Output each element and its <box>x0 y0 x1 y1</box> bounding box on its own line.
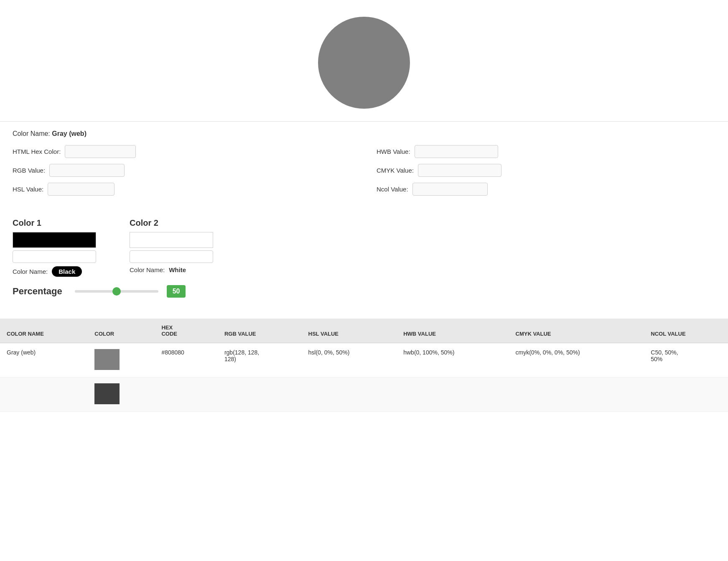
th-ncol-value: NCOL VALUE <box>644 319 728 343</box>
ncol-row: Ncol Value: C50, 50%, 50% <box>377 183 715 196</box>
ncol-label: Ncol Value: <box>377 186 408 193</box>
rgb-label: RGB Value: <box>13 167 45 174</box>
percentage-slider[interactable] <box>75 290 158 293</box>
mixer-section: Color 1 #000000 Color Name: Black Color … <box>0 214 728 314</box>
color-circle <box>318 17 410 109</box>
td-ncol-1: C50, 50%,50% <box>644 343 728 377</box>
th-color-name: COLOR NAME <box>0 319 88 343</box>
table-row: Gray (web) #808080 rgb(128, 128,128) hsl… <box>0 343 728 377</box>
td-hwb-1: hwb(0, 100%, 50%) <box>397 343 509 377</box>
td-cmyk-1: cmyk(0%, 0%, 0%, 50%) <box>509 343 644 377</box>
info-section: Color Name: Gray (web) HTML Hex Color: #… <box>0 122 728 214</box>
color2-name-row: Color Name: White <box>130 266 213 273</box>
cmyk-input[interactable]: cmyk(0%, 0%, 0%, 50%) <box>418 164 501 177</box>
td-name-2 <box>0 377 88 412</box>
table-body: Gray (web) #808080 rgb(128, 128,128) hsl… <box>0 343 728 412</box>
th-hsl-value: HSL VALUE <box>302 319 397 343</box>
color1-swatch <box>13 232 96 248</box>
th-color: COLOR <box>88 319 155 343</box>
table-header-row: COLOR NAME COLOR HEXCODE RGB VALUE HSL V… <box>0 319 728 343</box>
color1-heading: Color 1 <box>13 218 96 228</box>
cmyk-row: CMYK Value: cmyk(0%, 0%, 0%, 50%) <box>377 164 715 177</box>
html-hex-label: HTML Hex Color: <box>13 148 61 155</box>
td-hsl-1: hsl(0, 0%, 50%) <box>302 343 397 377</box>
html-hex-row: HTML Hex Color: #808080 <box>13 145 351 158</box>
td-rgb-1: rgb(128, 128,128) <box>218 343 302 377</box>
hwb-row: HWB Value: hwb(0, 100%, 50%) <box>377 145 715 158</box>
color1-hex-input[interactable]: #000000 <box>13 250 96 263</box>
td-cmyk-2 <box>509 377 644 412</box>
main-color-name-label: Color Name: <box>13 130 50 137</box>
color1-name-label: Color Name: <box>13 268 48 275</box>
td-hex-2 <box>155 377 218 412</box>
color2-block: Color 2 #ffffff Color Name: White <box>130 218 213 277</box>
color2-name-label: Color Name: <box>130 266 165 273</box>
rgb-row: RGB Value: rgb(128, 128, 128) <box>13 164 351 177</box>
hwb-label: HWB Value: <box>377 148 410 155</box>
range-wrapper <box>75 290 158 293</box>
results-table: COLOR NAME COLOR HEXCODE RGB VALUE HSL V… <box>0 319 728 412</box>
cmyk-label: CMYK Value: <box>377 167 414 174</box>
percentage-title: Percentage <box>13 286 62 297</box>
td-hsl-2 <box>302 377 397 412</box>
hwb-input[interactable]: hwb(0, 100%, 50%) <box>415 145 498 158</box>
table-row-2 <box>0 377 728 412</box>
hsl-input[interactable]: hsl(0, 0%, 50%) <box>48 183 115 196</box>
colors-row: Color 1 #000000 Color Name: Black Color … <box>13 218 715 277</box>
color2-name-badge: White <box>169 266 186 273</box>
color2-heading: Color 2 <box>130 218 213 228</box>
color-values-grid: HTML Hex Color: #808080 HWB Value: hwb(0… <box>13 145 715 196</box>
color1-block: Color 1 #000000 Color Name: Black <box>13 218 96 277</box>
th-hex-code: HEXCODE <box>155 319 218 343</box>
table-swatch-1 <box>94 349 120 370</box>
th-hwb-value: HWB VALUE <box>397 319 509 343</box>
color1-name-row: Color Name: Black <box>13 266 96 277</box>
td-name-1: Gray (web) <box>0 343 88 377</box>
hsl-label: HSL Value: <box>13 186 43 193</box>
th-cmyk-value: CMYK VALUE <box>509 319 644 343</box>
percentage-row: Percentage 50 <box>13 285 715 298</box>
main-color-name-row: Color Name: Gray (web) <box>13 130 715 138</box>
percentage-section: Percentage 50 <box>13 285 715 306</box>
td-rgb-2 <box>218 377 302 412</box>
td-ncol-2 <box>644 377 728 412</box>
color2-swatch <box>130 232 213 248</box>
td-hex-1: #808080 <box>155 343 218 377</box>
color-circle-section <box>0 0 728 121</box>
td-color-1 <box>88 343 155 377</box>
hsl-row: HSL Value: hsl(0, 0%, 50%) <box>13 183 351 196</box>
percentage-value: 50 <box>167 285 186 298</box>
td-hwb-2 <box>397 377 509 412</box>
html-hex-input[interactable]: #808080 <box>65 145 136 158</box>
th-rgb-value: RGB VALUE <box>218 319 302 343</box>
rgb-input[interactable]: rgb(128, 128, 128) <box>49 164 125 177</box>
td-color-2 <box>88 377 155 412</box>
table-swatch-2 <box>94 383 120 404</box>
main-color-name-value: Gray (web) <box>52 130 87 137</box>
ncol-input[interactable]: C50, 50%, 50% <box>412 183 488 196</box>
color2-hex-input[interactable]: #ffffff <box>130 250 213 263</box>
table-head: COLOR NAME COLOR HEXCODE RGB VALUE HSL V… <box>0 319 728 343</box>
color1-name-badge: Black <box>52 266 82 277</box>
